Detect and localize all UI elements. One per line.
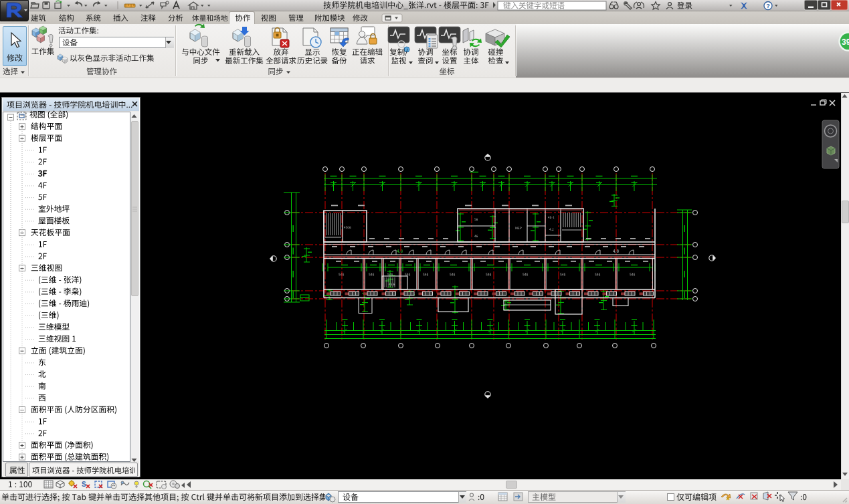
svg-text:?: ?: [766, 3, 770, 9]
svg-text:39: 39: [842, 37, 849, 47]
svg-text:S: S: [82, 481, 86, 488]
